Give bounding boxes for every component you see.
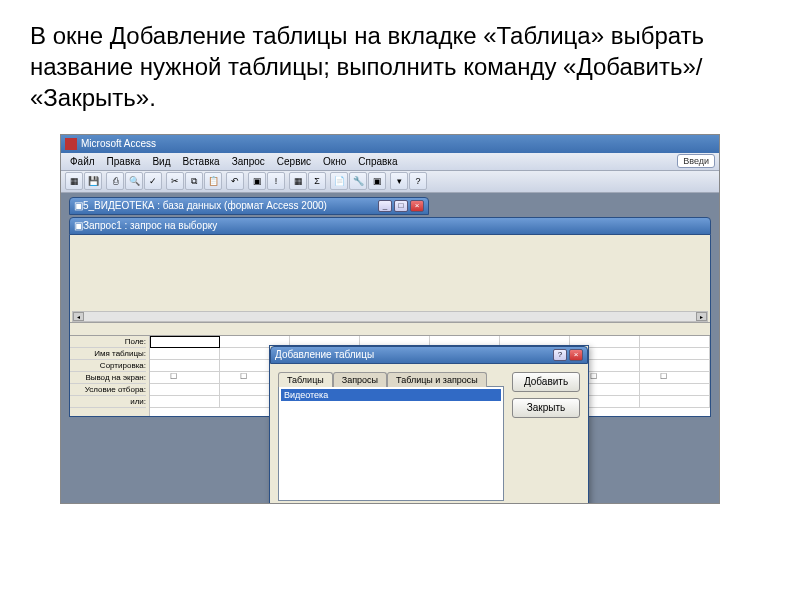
add-button[interactable]: Добавить bbox=[512, 372, 580, 392]
help-search-input[interactable]: Введи bbox=[677, 154, 715, 168]
screenshot-embedded: Microsoft Access Файл Правка Вид Вставка… bbox=[60, 134, 720, 504]
dialog-titlebar[interactable]: Добавление таблицы ? × bbox=[270, 346, 588, 364]
close-icon[interactable]: × bbox=[410, 200, 424, 212]
toolbar-run-icon[interactable]: ! bbox=[267, 172, 285, 190]
toolbar-showtable-icon[interactable]: ▦ bbox=[289, 172, 307, 190]
close-button[interactable]: Закрыть bbox=[512, 398, 580, 418]
toolbar-spell-icon[interactable]: ✓ bbox=[144, 172, 162, 190]
toolbar-dbwindow-icon[interactable]: ▣ bbox=[368, 172, 386, 190]
query-diagram-pane[interactable] bbox=[70, 235, 710, 323]
dialog-close-icon[interactable]: × bbox=[569, 349, 583, 361]
menu-window[interactable]: Окно bbox=[318, 155, 351, 168]
app-titlebar: Microsoft Access bbox=[61, 135, 719, 153]
menu-file[interactable]: Файл bbox=[65, 155, 100, 168]
menu-help[interactable]: Справка bbox=[353, 155, 402, 168]
label-or: или: bbox=[70, 396, 146, 408]
table-listbox[interactable]: Видеотека bbox=[278, 386, 504, 501]
tab-both[interactable]: Таблицы и запросы bbox=[387, 372, 487, 387]
toolbar-print-icon[interactable]: ⎙ bbox=[106, 172, 124, 190]
dialog-tabs: Таблицы Запросы Таблицы и запросы bbox=[278, 372, 504, 387]
toolbar-help-icon[interactable]: ? bbox=[409, 172, 427, 190]
show-checkbox[interactable] bbox=[150, 372, 220, 384]
maximize-icon[interactable]: □ bbox=[394, 200, 408, 212]
db-window-title: 5_ВИДЕОТЕКА : база данных (формат Access… bbox=[83, 200, 376, 211]
label-field: Поле: bbox=[70, 336, 146, 348]
scroll-right-icon[interactable]: ▸ bbox=[696, 312, 707, 321]
toolbar-properties-icon[interactable]: 📄 bbox=[330, 172, 348, 190]
label-show: Вывод на экран: bbox=[70, 372, 146, 384]
toolbar-build-icon[interactable]: 🔧 bbox=[349, 172, 367, 190]
dialog-body: Таблицы Запросы Таблицы и запросы Видеот… bbox=[270, 364, 588, 504]
toolbar-copy-icon[interactable]: ⧉ bbox=[185, 172, 203, 190]
scroll-left-icon[interactable]: ◂ bbox=[73, 312, 84, 321]
toolbar-newobj-icon[interactable]: ▾ bbox=[390, 172, 408, 190]
help-icon[interactable]: ? bbox=[553, 349, 567, 361]
query-window-icon: ▣ bbox=[74, 220, 83, 231]
toolbar-totals-icon[interactable]: Σ bbox=[308, 172, 326, 190]
instruction-text: В окне Добавление таблицы на вкладке «Та… bbox=[0, 0, 800, 124]
menu-edit[interactable]: Правка bbox=[102, 155, 146, 168]
query-window-titlebar[interactable]: ▣ Запрос1 : запрос на выборку bbox=[69, 217, 711, 235]
dialog-title: Добавление таблицы bbox=[275, 349, 551, 360]
menu-query[interactable]: Запрос bbox=[227, 155, 270, 168]
menu-insert[interactable]: Вставка bbox=[177, 155, 224, 168]
toolbar-save-icon[interactable]: 💾 bbox=[84, 172, 102, 190]
add-table-dialog: Добавление таблицы ? × Таблицы Запросы Т… bbox=[269, 345, 589, 504]
label-table: Имя таблицы: bbox=[70, 348, 146, 360]
toolbar-cut-icon[interactable]: ✂ bbox=[166, 172, 184, 190]
app-title: Microsoft Access bbox=[81, 138, 156, 149]
db-window-titlebar[interactable]: ▣ 5_ВИДЕОТЕКА : база данных (формат Acce… bbox=[69, 197, 429, 215]
query-window-title: Запрос1 : запрос на выборку bbox=[83, 220, 706, 231]
mdi-client-area: ▣ 5_ВИДЕОТЕКА : база данных (формат Acce… bbox=[61, 193, 719, 503]
toolbar-paste-icon[interactable]: 📋 bbox=[204, 172, 222, 190]
database-window[interactable]: ▣ 5_ВИДЕОТЕКА : база данных (формат Acce… bbox=[69, 197, 429, 215]
tab-tables[interactable]: Таблицы bbox=[278, 372, 333, 387]
menu-tools[interactable]: Сервис bbox=[272, 155, 316, 168]
minimize-icon[interactable]: _ bbox=[378, 200, 392, 212]
label-criteria: Условие отбора: bbox=[70, 384, 146, 396]
toolbar-querytype-icon[interactable]: ▣ bbox=[248, 172, 266, 190]
label-sort: Сортировка: bbox=[70, 360, 146, 372]
tab-queries[interactable]: Запросы bbox=[333, 372, 387, 387]
menu-view[interactable]: Вид bbox=[147, 155, 175, 168]
grid-cell[interactable] bbox=[150, 336, 220, 348]
horizontal-scrollbar[interactable]: ◂ ▸ bbox=[72, 311, 708, 322]
list-item[interactable]: Видеотека bbox=[281, 389, 501, 401]
toolbar-preview-icon[interactable]: 🔍 bbox=[125, 172, 143, 190]
menubar: Файл Правка Вид Вставка Запрос Сервис Ок… bbox=[61, 153, 719, 171]
toolbar: ▦ 💾 ⎙ 🔍 ✓ ✂ ⧉ 📋 ↶ ▣ ! ▦ Σ 📄 🔧 ▣ ▾ ? bbox=[61, 171, 719, 193]
grid-row-labels: Поле: Имя таблицы: Сортировка: Вывод на … bbox=[70, 336, 150, 416]
toolbar-view-icon[interactable]: ▦ bbox=[65, 172, 83, 190]
access-icon bbox=[65, 138, 77, 150]
db-window-icon: ▣ bbox=[74, 200, 83, 211]
toolbar-undo-icon[interactable]: ↶ bbox=[226, 172, 244, 190]
